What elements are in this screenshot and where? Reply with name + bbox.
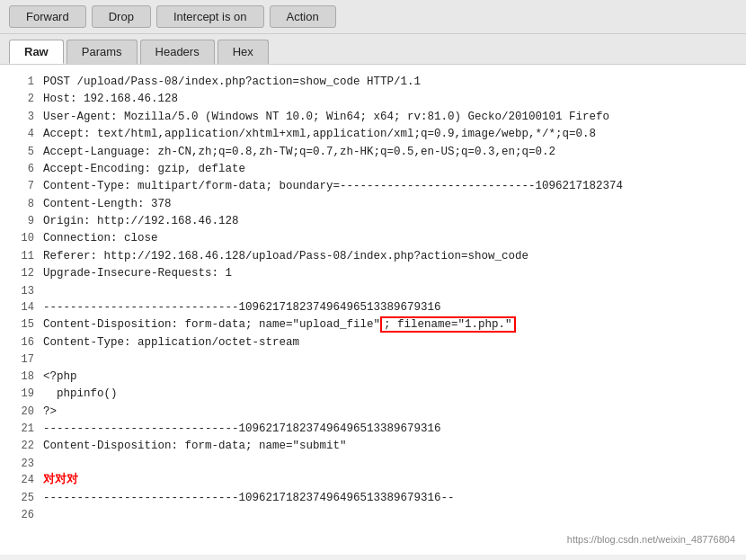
line-content xyxy=(43,351,733,369)
table-row: 9Origin: http://192.168.46.128 xyxy=(13,213,733,230)
table-row: 2Host: 192.168.46.128 xyxy=(13,91,733,108)
line-content: Content-Length: 378 xyxy=(43,196,733,213)
table-row: 10Connection: close xyxy=(13,230,733,247)
table-row: 14-----------------------------109621718… xyxy=(13,299,733,316)
line-content: Accept-Encoding: gzip, deflate xyxy=(43,161,733,178)
line-content: -----------------------------10962171823… xyxy=(43,490,733,507)
line-number: 1 xyxy=(13,74,34,91)
line-content: <?php xyxy=(43,369,733,386)
line-number: 15 xyxy=(13,316,34,333)
line-content: POST /upload/Pass-08/index.php?action=sh… xyxy=(43,74,733,91)
table-row: 15Content-Disposition: form-data; name="… xyxy=(13,316,733,333)
line-number: 24 xyxy=(13,472,34,489)
line-content: Host: 192.168.46.128 xyxy=(43,91,733,108)
line-number: 25 xyxy=(13,490,34,507)
tab-hex[interactable]: Hex xyxy=(218,40,269,64)
line-content: Origin: http://192.168.46.128 xyxy=(43,213,733,230)
line-content: Upgrade-Insecure-Requests: 1 xyxy=(43,265,733,282)
line-number: 11 xyxy=(13,248,34,265)
line-number: 18 xyxy=(13,369,34,386)
line-content xyxy=(43,456,733,473)
forward-button[interactable]: Forward xyxy=(9,5,86,28)
line-number: 6 xyxy=(13,161,34,178)
action-button[interactable]: Action xyxy=(270,5,336,28)
line-number: 4 xyxy=(13,126,34,143)
line-number: 19 xyxy=(13,386,34,403)
table-row: 17 xyxy=(13,351,733,369)
table-row: 13 xyxy=(13,283,733,300)
line-number: 14 xyxy=(13,299,34,316)
line-number: 16 xyxy=(13,334,34,351)
line-number: 5 xyxy=(13,144,34,161)
line-number: 10 xyxy=(13,230,34,247)
line-number: 13 xyxy=(13,283,34,300)
line-content: -----------------------------10962171823… xyxy=(43,299,733,316)
line-content: Content-Disposition: form-data; name="su… xyxy=(43,438,733,455)
line-content xyxy=(43,283,733,300)
line-content: Content-Type: application/octet-stream xyxy=(43,334,733,351)
table-row: 25-----------------------------109621718… xyxy=(13,490,733,507)
table-row: 18<?php xyxy=(13,369,733,386)
line-content: Referer: http://192.168.46.128/upload/Pa… xyxy=(43,248,733,265)
intercept-button[interactable]: Intercept is on xyxy=(156,5,264,28)
table-row: 23 xyxy=(13,456,733,473)
top-bar: Forward Drop Intercept is on Action xyxy=(0,0,746,34)
line-number: 12 xyxy=(13,265,34,282)
drop-button[interactable]: Drop xyxy=(92,5,151,28)
table-row: 16Content-Type: application/octet-stream xyxy=(13,334,733,351)
line-content: ?> xyxy=(43,404,733,421)
table-row: 26 xyxy=(13,507,733,524)
line-number: 21 xyxy=(13,421,34,438)
line-number: 2 xyxy=(13,91,34,108)
tabs-row: Raw Params Headers Hex xyxy=(0,34,746,65)
table-row: 5Accept-Language: zh-CN,zh;q=0.8,zh-TW;q… xyxy=(13,144,733,161)
line-content: phpinfo() xyxy=(43,386,733,403)
line-number: 26 xyxy=(13,507,34,524)
tab-raw[interactable]: Raw xyxy=(9,40,64,64)
table-row: 11Referer: http://192.168.46.128/upload/… xyxy=(13,248,733,265)
table-row: 6Accept-Encoding: gzip, deflate xyxy=(13,161,733,178)
line-content: Content-Type: multipart/form-data; bound… xyxy=(43,178,733,195)
line-number: 9 xyxy=(13,213,34,230)
table-row: 7Content-Type: multipart/form-data; boun… xyxy=(13,178,733,195)
table-row: 12Upgrade-Insecure-Requests: 1 xyxy=(13,265,733,282)
table-row: 24对对对 xyxy=(13,472,733,489)
line-number: 8 xyxy=(13,196,34,213)
table-row: 19 phpinfo() xyxy=(13,386,733,403)
line-number: 7 xyxy=(13,178,34,195)
line-number: 23 xyxy=(13,456,34,473)
line-number: 17 xyxy=(13,351,34,369)
line-number: 3 xyxy=(13,109,34,126)
table-row: 4Accept: text/html,application/xhtml+xml… xyxy=(13,126,733,143)
table-row: 8Content-Length: 378 xyxy=(13,196,733,213)
line-content: 对对对 xyxy=(43,472,733,489)
line-content: -----------------------------10962171823… xyxy=(43,421,733,438)
line-content: Content-Disposition: form-data; name="up… xyxy=(43,316,733,333)
table-row: 1POST /upload/Pass-08/index.php?action=s… xyxy=(13,74,733,91)
line-number: 20 xyxy=(13,404,34,421)
table-row: 20?> xyxy=(13,404,733,421)
table-row: 22Content-Disposition: form-data; name="… xyxy=(13,438,733,455)
red-highlight-box: ; filename="1.php." xyxy=(380,316,516,333)
line-content: Accept: text/html,application/xhtml+xml,… xyxy=(43,126,733,143)
line-content: Accept-Language: zh-CN,zh;q=0.8,zh-TW;q=… xyxy=(43,144,733,161)
watermark: https://blog.csdn.net/weixin_48776804 xyxy=(567,532,735,547)
line-number: 22 xyxy=(13,438,34,455)
tab-headers[interactable]: Headers xyxy=(140,40,215,64)
line-content: User-Agent: Mozilla/5.0 (Windows NT 10.0… xyxy=(43,109,733,126)
table-row: 3User-Agent: Mozilla/5.0 (Windows NT 10.… xyxy=(13,109,733,126)
line-content: Connection: close xyxy=(43,230,733,247)
tab-params[interactable]: Params xyxy=(67,40,138,64)
table-row: 21-----------------------------109621718… xyxy=(13,421,733,438)
line-content xyxy=(43,507,733,524)
content-area: 1POST /upload/Pass-08/index.php?action=s… xyxy=(0,65,746,555)
